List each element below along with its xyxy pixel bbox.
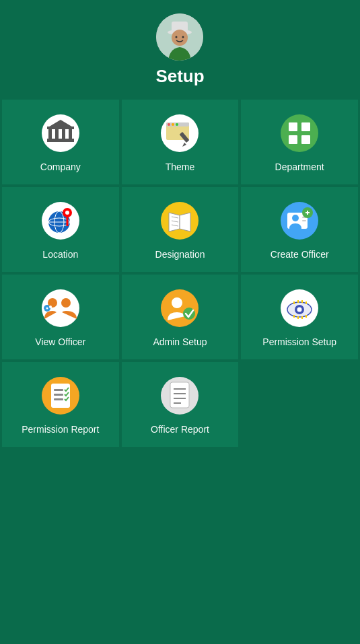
grid-item-theme[interactable]: Theme — [121, 99, 240, 185]
svg-rect-24 — [301, 122, 310, 131]
svg-point-3 — [172, 30, 188, 46]
svg-point-55 — [172, 297, 182, 308]
permission-report-label: Permission Report — [22, 424, 99, 435]
view-officer-icon — [39, 287, 82, 330]
svg-rect-10 — [55, 129, 59, 139]
permission-report-icon — [39, 374, 82, 417]
svg-rect-73 — [54, 398, 63, 400]
svg-rect-46 — [307, 211, 308, 215]
main-grid: Company Theme — [0, 98, 360, 449]
svg-rect-23 — [289, 122, 297, 131]
svg-point-56 — [183, 308, 195, 320]
location-label: Location — [42, 249, 78, 260]
location-icon — [39, 199, 82, 242]
theme-icon — [158, 112, 201, 155]
admin-setup-icon — [158, 287, 201, 330]
page-title: Setup — [155, 66, 204, 87]
grid-item-officer-report[interactable]: Officer Report — [121, 361, 240, 448]
grid-item-view-officer[interactable]: View Officer — [1, 274, 120, 360]
svg-rect-75 — [170, 382, 189, 408]
svg-rect-11 — [62, 129, 65, 139]
grid-item-designation[interactable]: Designation — [121, 186, 240, 273]
avatar — [156, 13, 203, 61]
officer-report-icon — [158, 374, 201, 417]
svg-rect-12 — [69, 129, 72, 139]
svg-rect-26 — [301, 135, 310, 144]
svg-point-18 — [172, 123, 174, 126]
svg-point-52 — [46, 308, 48, 310]
grid-item-admin-setup[interactable]: Admin Setup — [121, 274, 240, 360]
svg-point-51 — [49, 306, 52, 308]
grid-item-permission-report[interactable]: Permission Report — [1, 361, 120, 448]
grid-item-create-officer[interactable]: Create Officer — [240, 186, 359, 273]
create-officer-icon — [278, 199, 321, 242]
designation-label: Designation — [155, 249, 205, 260]
svg-point-5 — [182, 36, 184, 38]
grid-item-company[interactable]: Company — [1, 99, 120, 185]
company-icon — [39, 112, 82, 155]
create-officer-label: Create Officer — [271, 249, 329, 260]
permission-setup-icon — [278, 287, 321, 330]
svg-point-33 — [65, 211, 69, 215]
grid-item-department[interactable]: Department — [240, 99, 359, 185]
svg-point-22 — [281, 114, 318, 152]
company-label: Company — [40, 162, 81, 172]
svg-rect-72 — [54, 394, 63, 396]
svg-point-49 — [61, 298, 71, 308]
svg-point-53 — [43, 309, 44, 310]
svg-rect-9 — [48, 129, 52, 139]
officer-report-label: Officer Report — [151, 424, 209, 435]
view-officer-label: View Officer — [35, 336, 85, 347]
svg-point-41 — [292, 215, 299, 221]
svg-rect-71 — [54, 389, 63, 391]
svg-point-54 — [161, 289, 199, 327]
department-icon — [278, 112, 321, 155]
department-label: Department — [275, 162, 324, 172]
svg-point-4 — [176, 36, 178, 38]
svg-rect-25 — [289, 135, 297, 144]
svg-point-17 — [168, 123, 170, 126]
header: Setup — [155, 0, 204, 98]
grid-item-location[interactable]: Location — [1, 186, 120, 273]
grid-item-permission-setup[interactable]: Permission Setup — [240, 274, 359, 360]
svg-rect-43 — [302, 220, 306, 221]
svg-point-60 — [297, 308, 302, 312]
svg-point-19 — [176, 123, 178, 126]
admin-setup-label: Admin Setup — [153, 336, 207, 347]
permission-setup-label: Permission Setup — [262, 336, 336, 347]
designation-icon — [158, 199, 201, 242]
svg-rect-7 — [47, 139, 74, 142]
theme-label: Theme — [166, 162, 195, 172]
